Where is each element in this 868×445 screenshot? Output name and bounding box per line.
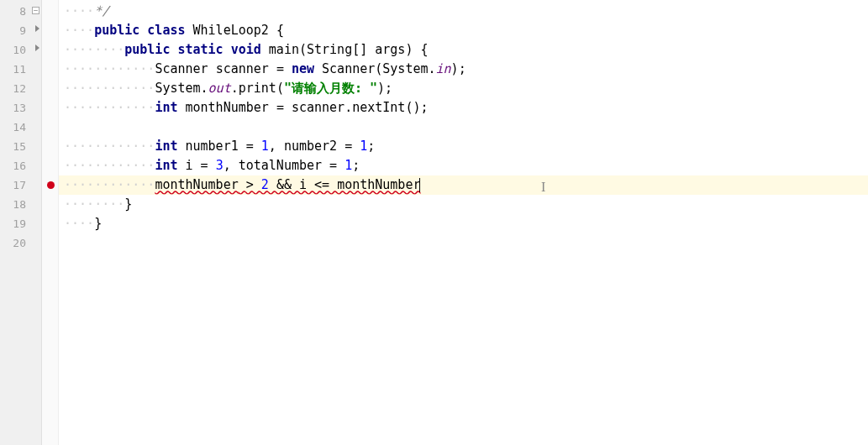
line-number[interactable]: 8− — [0, 2, 41, 21]
code-line[interactable]: ········} — [59, 195, 868, 214]
run-icon[interactable] — [35, 25, 39, 32]
line-number[interactable]: 13 — [0, 98, 41, 118]
code-line[interactable]: ············System.out.print("请输入月数: "); — [59, 79, 868, 98]
error-expression: monthNumber > 2 && i <= monthNumber — [155, 177, 420, 192]
line-number[interactable]: 17 — [0, 175, 41, 195]
line-number[interactable]: 15 — [0, 137, 41, 156]
text-caret — [419, 178, 420, 192]
error-icon[interactable] — [47, 181, 55, 189]
code-line[interactable] — [59, 233, 868, 253]
line-number[interactable]: 14 — [0, 118, 41, 137]
code-line[interactable] — [59, 118, 868, 137]
ibeam-cursor-icon: I — [541, 177, 545, 196]
line-number[interactable]: 16 — [0, 156, 41, 175]
code-line[interactable]: ····public class WhileLoop2 { — [59, 21, 868, 40]
line-number[interactable]: 10 — [0, 40, 41, 60]
line-number[interactable]: 9 — [0, 21, 41, 40]
line-number[interactable]: 12 — [0, 79, 41, 98]
code-line[interactable]: ····} — [59, 214, 868, 233]
run-icon[interactable] — [35, 44, 39, 51]
code-line[interactable]: ············int i = 3, totalNumber = 1; — [59, 156, 868, 175]
code-editor[interactable]: ····*/ ····public class WhileLoop2 { ···… — [59, 0, 868, 445]
code-line-current[interactable]: ············monthNumber > 2 && i <= mont… — [59, 175, 868, 195]
line-number[interactable]: 18 — [0, 195, 41, 214]
code-line[interactable]: ············int monthNumber = scanner.ne… — [59, 98, 868, 118]
fold-toggle-icon[interactable]: − — [32, 7, 39, 14]
line-number[interactable]: 20 — [0, 233, 41, 253]
code-line[interactable]: ····*/ — [59, 2, 868, 21]
code-line[interactable]: ········public static void main(String[]… — [59, 40, 868, 60]
marker-column — [42, 0, 59, 445]
line-number[interactable]: 11 — [0, 60, 41, 79]
code-line[interactable]: ············Scanner scanner = new Scanne… — [59, 60, 868, 79]
code-line[interactable]: ············int number1 = 1, number2 = 1… — [59, 137, 868, 156]
line-number[interactable]: 19 — [0, 214, 41, 233]
gutter: 8− 9 10 11 12 13 14 15 16 17 18 19 20 — [0, 0, 42, 445]
